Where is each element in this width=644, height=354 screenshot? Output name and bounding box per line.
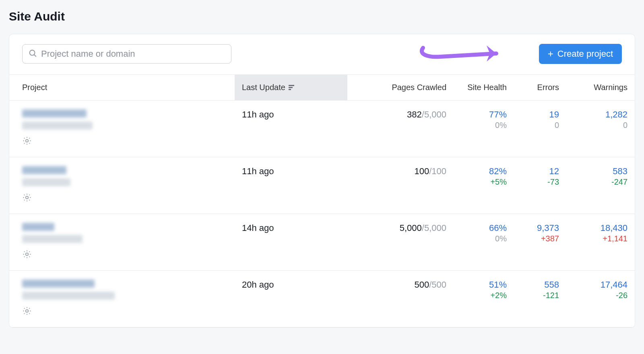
cell-project bbox=[9, 278, 235, 320]
cell-pages-crawled: 382/5,000 bbox=[347, 108, 454, 150]
annotation-arrow bbox=[416, 38, 512, 66]
plus-icon: + bbox=[548, 49, 553, 59]
svg-point-8 bbox=[26, 310, 28, 312]
project-domain-redacted bbox=[22, 235, 83, 243]
col-last-update[interactable]: Last Update bbox=[235, 75, 347, 100]
search-input[interactable] bbox=[41, 49, 225, 59]
cell-warnings: 17,464 -26 bbox=[566, 278, 635, 320]
gear-icon[interactable] bbox=[22, 193, 32, 202]
project-domain-redacted bbox=[22, 292, 115, 300]
cell-pages-crawled: 100/100 bbox=[347, 165, 454, 206]
cell-warnings: 18,430 +1,141 bbox=[566, 221, 635, 263]
cell-errors: 558 -121 bbox=[514, 278, 566, 320]
col-pages-crawled[interactable]: Pages Crawled bbox=[347, 75, 454, 100]
create-project-button[interactable]: + Create project bbox=[539, 44, 622, 64]
gear-icon[interactable] bbox=[22, 136, 32, 146]
project-domain-redacted bbox=[22, 178, 70, 186]
svg-line-1 bbox=[34, 55, 36, 56]
cell-last-update: 11h ago bbox=[235, 108, 347, 150]
gear-icon[interactable] bbox=[22, 249, 32, 259]
col-last-update-label: Last Update bbox=[242, 83, 285, 92]
col-warnings[interactable]: Warnings bbox=[566, 75, 635, 100]
table-row[interactable]: 11h ago 382/5,000 77% 0% 19 0 1,282 0 bbox=[9, 101, 635, 157]
projects-card: + Create project Project Last Update Pag… bbox=[9, 34, 635, 328]
project-name-redacted bbox=[22, 280, 95, 288]
col-site-health[interactable]: Site Health bbox=[454, 75, 514, 100]
col-project[interactable]: Project bbox=[9, 75, 235, 100]
project-domain-redacted bbox=[22, 121, 93, 130]
search-icon bbox=[28, 49, 41, 59]
cell-errors: 12 -73 bbox=[514, 165, 566, 206]
table-row[interactable]: 14h ago 5,000/5,000 66% 0% 9,373 +387 18… bbox=[9, 214, 635, 271]
cell-project bbox=[9, 108, 235, 150]
gear-icon[interactable] bbox=[22, 306, 32, 316]
svg-point-6 bbox=[26, 196, 28, 199]
card-header: + Create project bbox=[9, 34, 635, 74]
cell-project bbox=[9, 165, 235, 206]
cell-warnings: 1,282 0 bbox=[566, 108, 635, 150]
project-name-redacted bbox=[22, 109, 87, 117]
cell-pages-crawled: 5,000/5,000 bbox=[347, 221, 454, 263]
col-errors[interactable]: Errors bbox=[514, 75, 566, 100]
cell-site-health: 77% 0% bbox=[454, 108, 514, 150]
sort-desc-icon bbox=[289, 85, 296, 91]
table-header-row: Project Last Update Pages Crawled Site H… bbox=[9, 74, 635, 101]
project-name-redacted bbox=[22, 166, 66, 174]
svg-rect-4 bbox=[289, 89, 291, 90]
table-row[interactable]: 11h ago 100/100 82% +5% 12 -73 583 -247 bbox=[9, 157, 635, 214]
cell-last-update: 20h ago bbox=[235, 278, 347, 320]
svg-point-7 bbox=[26, 253, 28, 255]
table-row[interactable]: 20h ago 500/500 51% +2% 558 -121 17,464 … bbox=[9, 271, 635, 327]
search-field-wrap[interactable] bbox=[22, 44, 231, 64]
cell-last-update: 11h ago bbox=[235, 165, 347, 206]
cell-site-health: 51% +2% bbox=[454, 278, 514, 320]
cell-errors: 9,373 +387 bbox=[514, 221, 566, 263]
cell-project bbox=[9, 221, 235, 263]
cell-pages-crawled: 500/500 bbox=[347, 278, 454, 320]
cell-site-health: 82% +5% bbox=[454, 165, 514, 206]
svg-rect-3 bbox=[289, 87, 293, 88]
svg-point-5 bbox=[26, 140, 28, 142]
cell-warnings: 583 -247 bbox=[566, 165, 635, 206]
cell-last-update: 14h ago bbox=[235, 221, 347, 263]
cell-errors: 19 0 bbox=[514, 108, 566, 150]
svg-rect-2 bbox=[289, 85, 294, 86]
cell-site-health: 66% 0% bbox=[454, 221, 514, 263]
create-project-label: Create project bbox=[557, 49, 613, 59]
project-name-redacted bbox=[22, 223, 54, 231]
page-title: Site Audit bbox=[9, 10, 635, 23]
